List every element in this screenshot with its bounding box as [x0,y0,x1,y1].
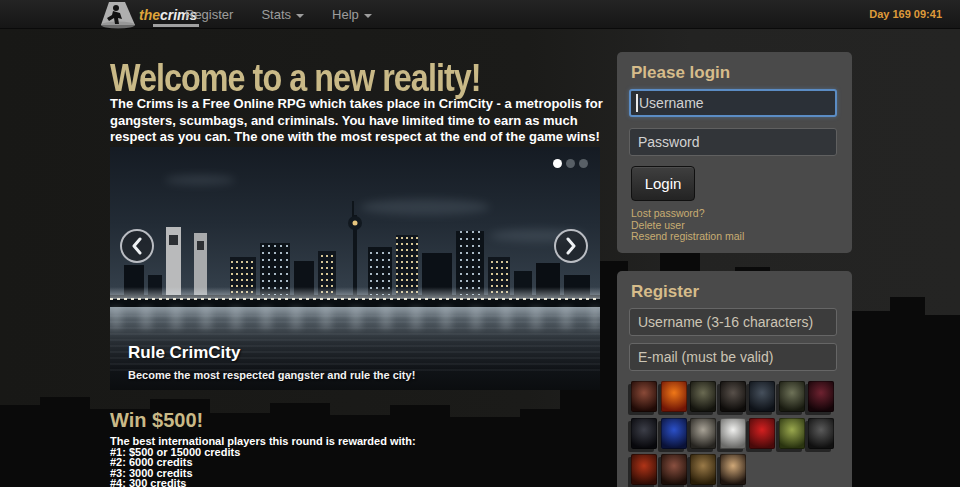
win-title: Win $500! [110,409,203,432]
logo[interactable]: thecrims [95,0,197,29]
password-input[interactable] [629,128,837,156]
brand-the: the [139,7,160,23]
login-title: Please login [631,63,730,83]
avatar-green-shades-man[interactable] [779,418,805,449]
chevron-down-icon [296,14,304,18]
carousel-dots [553,159,588,168]
avatar-red-dress-woman[interactable] [808,381,834,412]
promo-carousel: Rule CrimCity Become the most respected … [110,147,600,390]
chevron-right-icon [565,237,577,255]
slide-caption-title: Rule CrimCity [128,343,240,363]
game-day-time: Day 169 09:41 [869,8,942,20]
page-title: Welcome to a new reality! [110,56,481,100]
nav-register[interactable]: Register [185,7,233,22]
avatar-red-fedora-man[interactable] [749,418,775,449]
avatar-blue-ski-mask[interactable] [661,418,687,449]
nav-links: Register Stats Help [185,0,372,29]
avatar-beanie-man[interactable] [690,381,716,412]
username-input[interactable] [629,89,837,117]
avatar-suit-man[interactable] [720,381,746,412]
cloud-shape [165,175,235,185]
login-button[interactable]: Login [631,166,695,201]
carousel-dot[interactable] [579,159,588,168]
nav-register-label: Register [185,7,233,22]
chevron-down-icon [364,14,372,18]
slide-caption-text: Become the most respected gangster and r… [128,369,415,381]
nav-stats-label: Stats [261,7,291,22]
game-description: The Crims is a Free Online RPG which tak… [110,96,610,146]
avatar-fedora-smoker[interactable] [749,381,775,412]
win-intro: The best international players this roun… [110,436,416,446]
resend-registration-link[interactable]: Resend registration mail [631,231,744,243]
spotlight-thief-icon [95,1,137,29]
text-caret [636,94,638,112]
register-username-input[interactable] [629,308,837,336]
avatar-laughing-man[interactable] [631,381,657,412]
prize-list: #1: $500 or 15000 credits#2: 6000 credit… [110,447,240,487]
register-email-input[interactable] [629,343,837,371]
avatar-hooded-man[interactable] [631,418,657,449]
lost-password-link[interactable]: Lost password? [631,208,744,220]
register-title: Register [631,282,699,302]
nav-help-label: Help [332,7,359,22]
avatar-fire-face[interactable] [661,381,687,412]
register-panel: Register [617,271,852,487]
carousel-prev-button[interactable] [120,229,154,263]
city-skyline-graphic [110,187,600,312]
avatar-pale-bald-man[interactable] [690,418,716,449]
avatar-smoking-woman[interactable] [661,454,687,485]
avatar-dark-haired-man[interactable] [720,454,746,485]
avatar-red-devil-man[interactable] [631,454,657,485]
avatar-grid [631,381,834,485]
login-panel: Please login Login Lost password? Delete… [617,52,852,253]
top-navbar: thecrims Register Stats Help Day 169 09:… [0,0,960,29]
prize-line: #4: 300 credits [110,478,240,487]
avatar-shades-zombie[interactable] [779,381,805,412]
avatar-masked-brute[interactable] [690,454,716,485]
carousel-dot[interactable] [566,159,575,168]
avatar-profile-hat-man[interactable] [808,418,834,449]
carousel-dot[interactable] [553,159,562,168]
avatar-gunman[interactable] [720,418,746,449]
nav-help[interactable]: Help [332,7,372,22]
chevron-left-icon [131,237,143,255]
login-links: Lost password? Delete user Resend regist… [631,208,744,243]
nav-stats[interactable]: Stats [261,7,304,22]
carousel-next-button[interactable] [554,229,588,263]
